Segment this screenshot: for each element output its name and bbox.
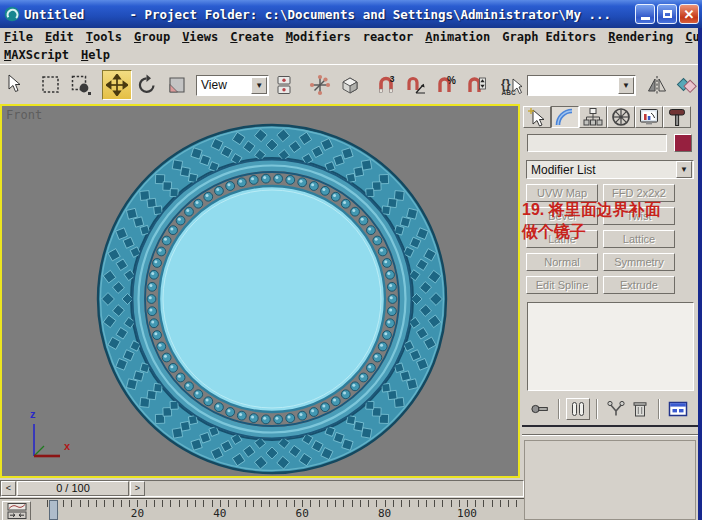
- minimize-button[interactable]: [635, 4, 655, 24]
- modifier-button-symmetry[interactable]: Symmetry: [603, 253, 675, 271]
- angle-snap-button[interactable]: [401, 70, 431, 100]
- menu-rendering[interactable]: Rendering: [604, 30, 677, 44]
- use-pivot-point-center-icon: [273, 74, 295, 96]
- show-end-result-button[interactable]: [566, 398, 590, 420]
- tab-utilities[interactable]: [663, 106, 691, 128]
- ruler-tick: [203, 500, 204, 507]
- ruler-tick: [113, 500, 114, 507]
- make-unique-button[interactable]: [604, 398, 628, 420]
- mirror-button[interactable]: [642, 70, 672, 100]
- mirror-icon: [646, 74, 668, 96]
- percent-snap-button[interactable]: %: [431, 70, 461, 100]
- track-bar-ruler[interactable]: 020406080100: [34, 499, 524, 520]
- window-crossing-button[interactable]: [66, 70, 96, 100]
- ruler-tick: [294, 500, 295, 507]
- front-viewport[interactable]: Front z x: [0, 104, 520, 478]
- named-selection-sets-dropdown[interactable]: ▼: [527, 75, 636, 96]
- ruler-tick: [129, 500, 130, 507]
- main-toolbar: View ▼ 3 % {}ABC ▼: [0, 64, 702, 106]
- tab-display[interactable]: [635, 106, 663, 128]
- menu-graph-editors[interactable]: Graph Editors: [498, 30, 600, 44]
- use-pivot-point-center-button[interactable]: [269, 70, 299, 100]
- menu-file[interactable]: File: [0, 30, 37, 44]
- tab-motion[interactable]: [607, 106, 635, 128]
- edit-named-selection-sets-button[interactable]: {}ABC: [497, 70, 527, 100]
- open-mini-curve-editor-button[interactable]: [2, 501, 31, 520]
- object-color-swatch[interactable]: [674, 134, 692, 152]
- configure-modifier-sets-button[interactable]: [666, 398, 690, 420]
- current-frame-marker[interactable]: [49, 500, 58, 520]
- rectangular-selection-region-button[interactable]: [36, 70, 66, 100]
- snap-toggle-3d-button[interactable]: 3: [371, 70, 401, 100]
- time-slider-handle[interactable]: 0 / 100: [17, 481, 129, 496]
- ruler-tick: [220, 500, 221, 507]
- tab-modify[interactable]: [551, 106, 579, 128]
- ruler-tick: [47, 500, 48, 507]
- tab-create[interactable]: [523, 106, 551, 128]
- annotation-line-1: 19. 将里面边界补面: [522, 199, 702, 221]
- ruler-tick: [360, 500, 361, 507]
- ruler-tick: [516, 500, 517, 507]
- tab-hierarchy[interactable]: [579, 106, 607, 128]
- menu-group[interactable]: Group: [130, 30, 174, 44]
- ruler-tick: [80, 500, 81, 507]
- select-and-manipulate-button[interactable]: [305, 70, 335, 100]
- select-and-rotate-icon: [136, 74, 158, 96]
- ruler-tick: [459, 500, 460, 507]
- remove-modifier-button[interactable]: [628, 398, 652, 420]
- ruler-label: 100: [457, 507, 477, 520]
- minimize-icon: [641, 17, 650, 20]
- menu-maxscript[interactable]: MAXScript: [0, 48, 73, 62]
- spinner-snap-button[interactable]: [461, 70, 491, 100]
- next-frame-button[interactable]: >: [130, 481, 145, 496]
- time-slider-track[interactable]: < 0 / 100 >: [0, 480, 524, 497]
- menu-reactor[interactable]: reactor: [359, 30, 418, 44]
- ruler-tick: [137, 500, 138, 507]
- menu-help[interactable]: Help: [77, 48, 114, 62]
- select-object-button[interactable]: [0, 70, 30, 100]
- ruler-tick: [368, 500, 369, 507]
- show-end-result-icon: [567, 398, 589, 420]
- menu-modifiers[interactable]: Modifiers: [282, 30, 355, 44]
- menu-bar-row-1: FileEditToolsGroupViewsCreateModifiersre…: [0, 28, 702, 46]
- menu-animation[interactable]: Animation: [421, 30, 494, 44]
- select-and-manipulate-icon: [309, 74, 331, 96]
- select-and-move-button[interactable]: [102, 70, 132, 100]
- keyboard-shortcut-override-button[interactable]: [335, 70, 365, 100]
- ruler-tick: [451, 500, 452, 507]
- axis-tripod: z x: [14, 406, 84, 468]
- menu-edit[interactable]: Edit: [41, 30, 78, 44]
- menu-tools[interactable]: Tools: [82, 30, 126, 44]
- ruler-tick: [104, 500, 105, 507]
- object-name-field[interactable]: [527, 134, 667, 152]
- close-button[interactable]: ✕: [679, 4, 699, 24]
- ruler-tick: [187, 500, 188, 507]
- reference-coordinate-system-dropdown[interactable]: View ▼: [196, 75, 269, 96]
- menu-views[interactable]: Views: [178, 30, 222, 44]
- ruler-tick: [483, 500, 484, 507]
- select-and-rotate-button[interactable]: [132, 70, 162, 100]
- ruler-tick: [376, 500, 377, 507]
- modifier-list-dropdown[interactable]: Modifier List ▼: [526, 160, 694, 179]
- ruler-tick: [179, 500, 180, 507]
- menu-create[interactable]: Create: [226, 30, 277, 44]
- select-and-scale-button[interactable]: [162, 70, 192, 100]
- modifier-list-label: Modifier List: [527, 163, 676, 177]
- pin-stack-button[interactable]: [528, 398, 552, 420]
- ruler-tick: [71, 500, 72, 507]
- ruler-tick: [401, 500, 402, 507]
- spinner-snap-icon: [465, 74, 487, 96]
- maximize-button[interactable]: [657, 4, 677, 24]
- display-icon: [638, 106, 660, 128]
- previous-frame-button[interactable]: <: [1, 481, 16, 496]
- modifier-button-extrude[interactable]: Extrude: [603, 276, 675, 294]
- motion-icon: [610, 106, 632, 128]
- ruler-tick: [343, 500, 344, 507]
- modifier-stack-list[interactable]: [527, 302, 694, 391]
- modifier-button-normal[interactable]: Normal: [526, 253, 598, 271]
- panel-separator: [522, 425, 698, 427]
- title-bar[interactable]: Untitled - Project Folder: c:\Documents …: [0, 0, 702, 28]
- modifier-button-edit-spline[interactable]: Edit Spline: [526, 276, 598, 294]
- ruler-tick: [393, 500, 394, 507]
- ruler-tick: [228, 500, 229, 507]
